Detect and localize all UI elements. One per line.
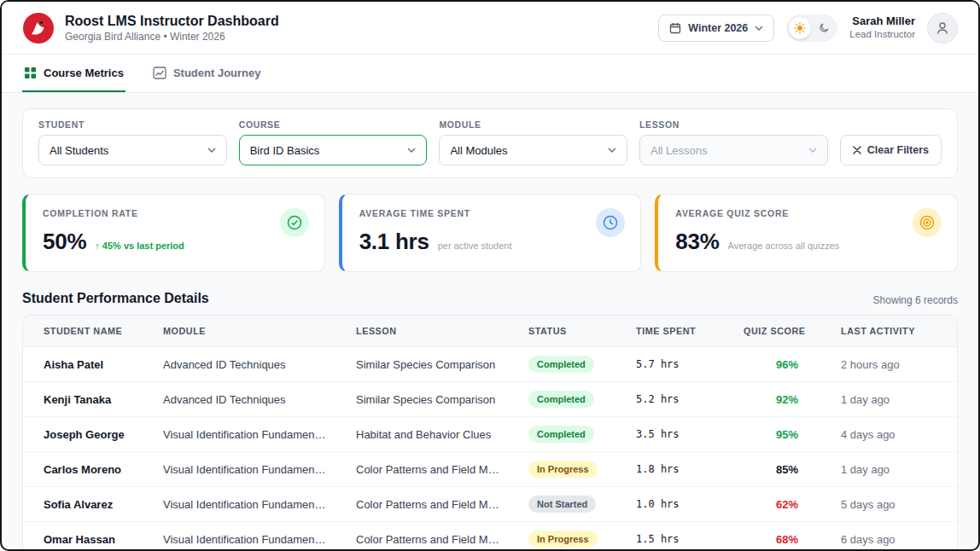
chevron-down-icon: [407, 148, 416, 153]
metric-cards: COMPLETION RATE 50% ↑ 45% vs last period…: [22, 194, 958, 272]
metric-label: AVERAGE QUIZ SCORE: [675, 208, 940, 218]
lesson-select-value: All Lessons: [650, 144, 707, 157]
student-name-cell: Carlos Moreno: [23, 452, 149, 487]
filter-group-module: MODULE All Modules: [439, 119, 627, 165]
header: Roost LMS Instructor Dashboard Georgia B…: [2, 2, 978, 55]
calendar-icon: [669, 22, 681, 34]
lesson-cell: Color Patterns and Field Marks: [342, 452, 515, 487]
time-spent-cell: 3.5 hrs: [622, 417, 730, 452]
status-badge: Completed: [528, 391, 594, 408]
line-chart-icon: [153, 67, 166, 79]
student-select-value: All Students: [50, 144, 108, 157]
course-filter-label: COURSE: [239, 119, 428, 130]
last-activity-cell: 6 days ago: [827, 522, 958, 551]
quiz-score-cell: 62%: [730, 487, 827, 522]
metric-trend: ↑ 45% vs last period: [95, 241, 184, 251]
last-activity-cell: 2 hours ago: [827, 347, 958, 382]
chevron-down-icon: [755, 26, 763, 31]
student-select[interactable]: All Students: [38, 135, 227, 165]
completion-rate-card: COMPLETION RATE 50% ↑ 45% vs last period: [22, 194, 325, 272]
target-icon: [913, 208, 942, 237]
quiz-score-cell: 68%: [730, 522, 827, 551]
student-name-cell: Kenji Tanaka: [23, 382, 149, 417]
app-window: Roost LMS Instructor Dashboard Georgia B…: [0, 0, 980, 551]
table-title: Student Performance Details: [22, 291, 209, 306]
status-cell: Not Started: [515, 487, 622, 522]
lesson-filter-label: LESSON: [639, 119, 828, 130]
term-selector[interactable]: Winter 2026: [658, 14, 774, 42]
check-circle-icon: [280, 208, 309, 237]
performance-table-card: STUDENT NAMEMODULELESSONSTATUSTIME SPENT…: [22, 315, 958, 551]
records-count: Showing 6 records: [873, 294, 958, 306]
module-select[interactable]: All Modules: [439, 135, 627, 165]
module-cell: Visual Identification Fundamentals: [149, 487, 342, 522]
lesson-cell: Color Patterns and Field Marks: [342, 487, 515, 522]
module-select-value: All Modules: [450, 144, 507, 157]
table-row: Joseph GeorgeVisual Identification Funda…: [23, 417, 958, 452]
student-name-cell: Sofia Alvarez: [23, 487, 149, 522]
lesson-cell: Color Patterns and Field Marks: [342, 522, 515, 551]
dark-mode-moon-icon[interactable]: [813, 17, 835, 39]
time-spent-cell: 1.8 hrs: [622, 452, 730, 487]
tab-course-metrics[interactable]: Course Metrics: [22, 55, 125, 92]
chevron-down-icon: [207, 148, 216, 153]
average-time-card: AVERAGE TIME SPENT 3.1 hrs per active st…: [339, 194, 642, 272]
chevron-down-icon: [608, 148, 616, 153]
module-cell: Visual Identification Fundamentals: [149, 522, 342, 551]
table-row: Omar HassanVisual Identification Fundame…: [23, 522, 958, 551]
page-title: Roost LMS Instructor Dashboard: [65, 14, 279, 29]
column-header: MODULE: [149, 316, 342, 347]
table-row: Sofia AlvarezVisual Identification Funda…: [23, 487, 958, 522]
status-badge: Completed: [528, 426, 594, 443]
lesson-cell: Similar Species Comparison: [342, 382, 515, 417]
filter-group-student: STUDENT All Students: [38, 119, 227, 165]
lesson-select[interactable]: All Lessons: [639, 135, 828, 165]
lesson-cell: Habitat and Behavior Clues: [342, 417, 515, 452]
module-cell: Advanced ID Techniques: [149, 382, 342, 417]
user-name: Sarah Miller: [849, 14, 915, 28]
metric-value: 83%: [675, 229, 719, 255]
quiz-score-cell: 96%: [730, 347, 827, 382]
avatar[interactable]: [927, 13, 958, 44]
term-selector-value: Winter 2026: [688, 22, 748, 34]
last-activity-cell: 1 day ago: [827, 382, 958, 417]
time-spent-cell: 1.5 hrs: [622, 522, 730, 551]
grid-icon: [24, 67, 37, 79]
module-cell: Advanced ID Techniques: [149, 347, 342, 382]
performance-table: STUDENT NAMEMODULELESSONSTATUSTIME SPENT…: [23, 316, 958, 551]
status-cell: In Progress: [515, 452, 622, 487]
quiz-score-cell: 92%: [730, 382, 827, 417]
metric-caption: per active student: [438, 241, 512, 251]
student-name-cell: Aisha Patel: [23, 347, 149, 382]
metric-value: 50%: [43, 229, 86, 255]
user-role: Lead Instructor: [849, 28, 915, 40]
page-subtitle: Georgia Bird Alliance • Winter 2026: [65, 31, 279, 43]
roost-logo-icon: [22, 12, 55, 44]
module-cell: Visual Identification Fundamentals: [149, 452, 342, 487]
clear-filters-label: Clear Filters: [867, 144, 929, 156]
course-select[interactable]: Bird ID Basics: [239, 135, 428, 165]
table-header-row: STUDENT NAMEMODULELESSONSTATUSTIME SPENT…: [23, 316, 958, 347]
metric-label: COMPLETION RATE: [43, 208, 307, 218]
status-cell: In Progress: [515, 522, 622, 551]
user-info: Sarah Miller Lead Instructor: [849, 14, 915, 41]
filter-group-course: COURSE Bird ID Basics: [239, 119, 428, 165]
table-body: Aisha PatelAdvanced ID TechniquesSimilar…: [23, 347, 958, 551]
status-cell: Completed: [515, 347, 622, 382]
average-quiz-card: AVERAGE QUIZ SCORE 83% Average across al…: [655, 194, 958, 272]
status-badge: In Progress: [528, 531, 598, 548]
light-mode-sun-icon[interactable]: [789, 17, 811, 39]
status-badge: Not Started: [528, 496, 596, 513]
column-header: LAST ACTIVITY: [827, 316, 958, 347]
tab-student-journey[interactable]: Student Journey: [151, 55, 263, 92]
theme-toggle[interactable]: [786, 14, 837, 42]
table-row: Kenji TanakaAdvanced ID TechniquesSimila…: [23, 382, 958, 417]
column-header: STUDENT NAME: [23, 316, 149, 347]
tab-label: Student Journey: [173, 67, 261, 79]
clear-filters-button[interactable]: Clear Filters: [840, 135, 942, 165]
student-filter-label: STUDENT: [38, 119, 227, 130]
module-filter-label: MODULE: [439, 119, 627, 130]
column-header: QUIZ SCORE: [730, 316, 827, 347]
lesson-cell: Similar Species Comparison: [342, 347, 515, 382]
status-badge: Completed: [528, 356, 594, 373]
